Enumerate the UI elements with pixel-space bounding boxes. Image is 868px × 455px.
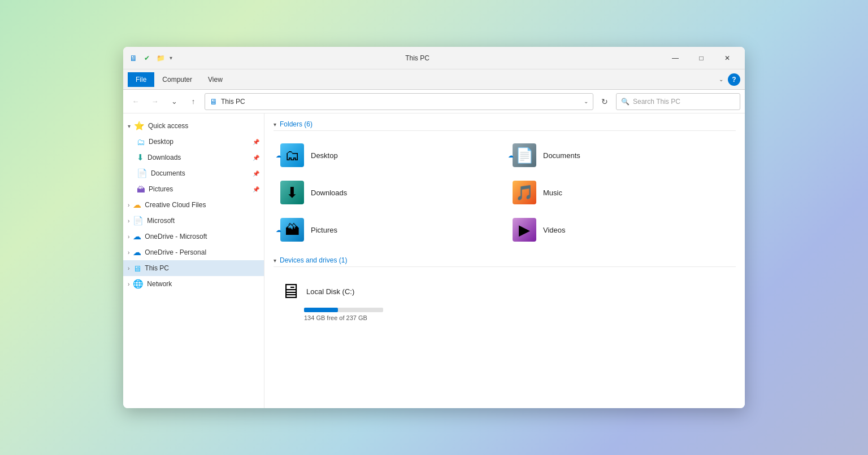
desktop-label: Desktop xyxy=(149,138,173,146)
folder-item-videos[interactable]: ▶ Videos xyxy=(506,212,736,247)
pictures-folder-thumb: 🏔 xyxy=(280,218,304,242)
sidebar-item-onedrive-microsoft[interactable]: › ☁ OneDrive - Microsoft xyxy=(123,229,264,244)
main-area: ▾ ⭐ Quick access 🗂 Desktop 📌 ⬇ Downloads… xyxy=(123,113,745,408)
folder-icon: 📁 xyxy=(155,53,166,64)
sidebar-item-microsoft[interactable]: › 📄 Microsoft xyxy=(123,213,264,229)
drive-item-local-c[interactable]: 🖥 Local Disk (C:) 134 GB free of 237 GB xyxy=(274,274,387,327)
sidebar-item-desktop[interactable]: 🗂 Desktop 📌 xyxy=(123,134,264,150)
address-pc-icon: 🖥 xyxy=(210,97,218,106)
this-pc-icon: 🖥 xyxy=(133,264,141,273)
sidebar-item-documents[interactable]: 📄 Documents 📌 xyxy=(123,165,264,181)
sidebar-item-downloads[interactable]: ⬇ Downloads 📌 xyxy=(123,150,264,165)
folders-section-label: Folders (6) xyxy=(280,120,313,128)
desktop-folder-thumb: 🗂 xyxy=(280,143,304,167)
music-folder-emoji: 🎵 xyxy=(515,184,533,202)
chevron-right-network-icon: › xyxy=(128,281,129,287)
minimize-button[interactable]: — xyxy=(662,49,688,67)
search-placeholder: Search This PC xyxy=(633,98,680,106)
onedrive-personal-label: OneDrive - Personal xyxy=(145,248,206,256)
folder-item-music[interactable]: 🎵 Music xyxy=(506,175,736,210)
drive-header: 🖥 Local Disk (C:) xyxy=(280,279,380,303)
folders-grid: ☁ 🗂 Desktop ☁ 📄 Documents xyxy=(274,138,736,247)
star-icon: ⭐ xyxy=(134,121,145,131)
pictures-label: Pictures xyxy=(149,185,173,193)
onedrive-personal-icon: ☁ xyxy=(133,247,141,257)
network-label: Network xyxy=(147,280,172,288)
chevron-right-onedrive-personal-icon: › xyxy=(128,250,129,256)
folder-item-documents[interactable]: ☁ 📄 Documents xyxy=(506,138,736,173)
window-title: This PC xyxy=(172,54,662,62)
refresh-button[interactable]: ↻ xyxy=(597,94,613,110)
desktop-folder-name: Desktop xyxy=(311,151,338,160)
drive-icon: 🖥 xyxy=(280,279,301,303)
downloads-folder-name: Downloads xyxy=(311,189,347,197)
drive-size-text: 134 GB free of 237 GB xyxy=(304,314,380,321)
pictures-pin-icon: 📌 xyxy=(253,186,259,193)
folder-item-pictures[interactable]: ☁ 🏔 Pictures xyxy=(274,212,504,247)
folder-item-downloads[interactable]: ⬇ Downloads xyxy=(274,175,504,210)
sidebar-item-onedrive-personal[interactable]: › ☁ OneDrive - Personal xyxy=(123,244,264,260)
documents-folder-emoji: 📄 xyxy=(515,147,533,164)
desktop-cloud-icon: ☁ xyxy=(276,152,281,159)
pictures-folder-emoji: 🏔 xyxy=(285,221,300,239)
titlebar-app-icons: 🖥 ✔ 📁 ▾ xyxy=(128,53,172,64)
pictures-icon: 🏔 xyxy=(137,185,145,194)
downloads-icon: ⬇ xyxy=(137,152,144,163)
search-icon: 🔍 xyxy=(621,98,630,106)
microsoft-icon: 📄 xyxy=(133,216,144,226)
tab-file[interactable]: File xyxy=(128,72,154,87)
back-button[interactable]: ← xyxy=(128,94,144,110)
music-folder-name: Music xyxy=(543,189,562,197)
folder-item-desktop[interactable]: ☁ 🗂 Desktop xyxy=(274,138,504,173)
drive-bar-fill xyxy=(304,308,338,312)
up-button[interactable]: ↑ xyxy=(185,94,201,110)
ribbon: File Computer View ⌄ ? xyxy=(123,69,745,90)
creative-cloud-icon: ☁ xyxy=(133,200,141,210)
network-icon: 🌐 xyxy=(133,279,144,289)
sidebar-item-pictures[interactable]: 🏔 Pictures 📌 xyxy=(123,181,264,197)
tab-computer[interactable]: Computer xyxy=(154,72,200,87)
sidebar-item-this-pc[interactable]: › 🖥 This PC xyxy=(123,260,264,276)
titlebar: 🖥 ✔ 📁 ▾ This PC — □ ✕ xyxy=(123,47,745,69)
creative-cloud-label: Creative Cloud Files xyxy=(145,201,206,209)
pin-icon: 📌 xyxy=(253,139,259,145)
window-controls: — □ ✕ xyxy=(662,49,740,67)
music-folder-thumb: 🎵 xyxy=(513,181,536,204)
maximize-button[interactable]: □ xyxy=(688,49,714,67)
address-bar: ← → ⌄ ↑ 🖥 This PC ⌄ ↻ 🔍 Search This PC xyxy=(123,90,745,113)
dropdown-button[interactable]: ⌄ xyxy=(166,94,182,110)
monitor-icon: 🖥 xyxy=(128,53,139,64)
drives-section-label: Devices and drives (1) xyxy=(280,256,347,264)
address-field[interactable]: 🖥 This PC ⌄ xyxy=(205,93,593,110)
videos-folder-name: Videos xyxy=(543,226,566,234)
folders-section-header[interactable]: ▾ Folders (6) xyxy=(274,120,736,131)
documents-icon: 📄 xyxy=(137,168,147,178)
drive-bar-container xyxy=(304,308,383,312)
chevron-right-microsoft-icon: › xyxy=(128,218,129,224)
chevron-right-icon: › xyxy=(128,202,129,208)
sidebar-item-quick-access[interactable]: ▾ ⭐ Quick access xyxy=(123,118,264,134)
videos-folder-emoji: ▶ xyxy=(519,221,530,239)
documents-folder-name: Documents xyxy=(543,151,580,160)
chevron-down-icon: ▾ xyxy=(128,123,131,129)
check-icon: ✔ xyxy=(141,53,153,64)
documents-folder-thumb: 📄 xyxy=(513,143,536,167)
ribbon-collapse-icon[interactable]: ⌄ xyxy=(719,76,723,82)
help-button[interactable]: ? xyxy=(728,73,740,86)
downloads-pin-icon: 📌 xyxy=(253,155,259,161)
desktop-folder-emoji: 🗂 xyxy=(285,147,300,164)
search-bar[interactable]: 🔍 Search This PC xyxy=(616,93,740,110)
tab-view[interactable]: View xyxy=(200,72,231,87)
address-dropdown-icon[interactable]: ⌄ xyxy=(584,98,588,104)
documents-label: Documents xyxy=(151,169,185,177)
close-button[interactable]: ✕ xyxy=(714,49,740,67)
forward-button[interactable]: → xyxy=(147,94,163,110)
drives-section-header[interactable]: ▾ Devices and drives (1) xyxy=(274,256,736,267)
sidebar-item-network[interactable]: › 🌐 Network xyxy=(123,276,264,292)
quick-access-label: Quick access xyxy=(148,122,188,130)
onedrive-microsoft-icon: ☁ xyxy=(133,231,141,242)
desktop-folder-icon: 🗂 xyxy=(137,137,145,147)
sidebar-item-creative-cloud[interactable]: › ☁ Creative Cloud Files xyxy=(123,197,264,213)
downloads-folder-thumb: ⬇ xyxy=(280,181,304,204)
downloads-label: Downloads xyxy=(147,154,181,161)
